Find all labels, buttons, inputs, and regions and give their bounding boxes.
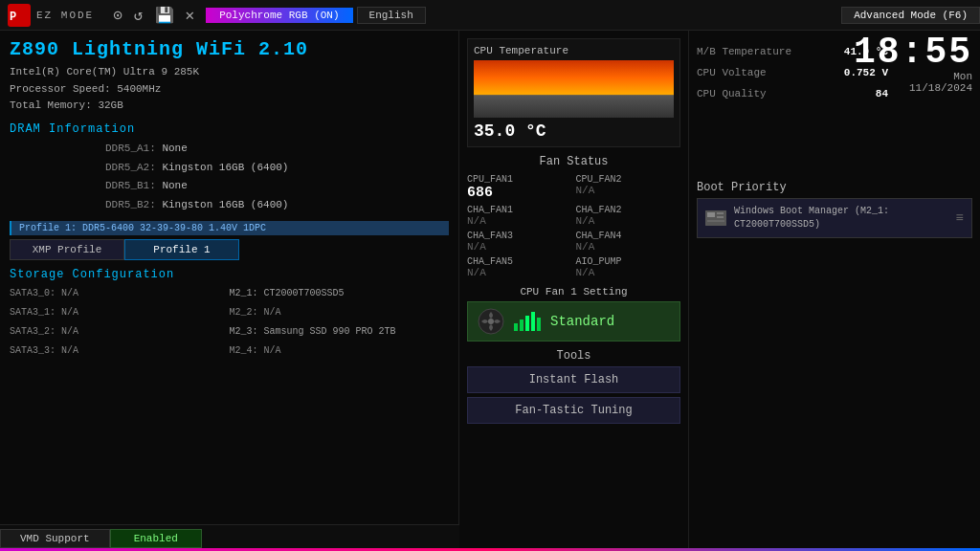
fan-cha3: CHA_FAN3 N/A xyxy=(467,231,572,253)
boot-item-0[interactable]: Windows Boot Manager (M2_1: CT2000T700SS… xyxy=(697,198,972,238)
ez-mode-label: EZ MODE xyxy=(36,10,94,21)
cpu-temp-box: CPU Temperature 35.0 °C xyxy=(467,38,680,147)
vmd-label-button[interactable]: VMD Support xyxy=(0,529,110,548)
fan-aio: AIO_PUMP N/A xyxy=(576,256,681,278)
dram-slot-a1: DDR5_A1: None xyxy=(105,140,449,159)
boot-drive-icon xyxy=(705,210,726,226)
instant-flash-button[interactable]: Instant Flash xyxy=(467,366,680,393)
dram-section-title: DRAM Information xyxy=(10,122,449,136)
fan-setting-box[interactable]: Standard xyxy=(467,301,680,342)
svg-rect-7 xyxy=(717,216,724,218)
m2-1: M2_1: CT2000T700SSD5 xyxy=(230,285,450,302)
tools-title: Tools xyxy=(467,349,680,363)
language-button[interactable]: English xyxy=(357,7,426,24)
logo-area: P EZ MODE xyxy=(0,4,101,27)
fan-icon xyxy=(478,308,504,335)
cpu-quality-label: CPU Quality xyxy=(697,85,767,104)
svg-text:P: P xyxy=(10,11,16,24)
clock-time: 18:55 xyxy=(854,34,972,71)
mb-temp-label: M/B Temperature xyxy=(697,43,791,62)
svg-rect-6 xyxy=(717,212,724,214)
header-bar: P EZ MODE ⊙ ↺ 💾 ✕ Polychrome RGB (ON) En… xyxy=(0,0,980,31)
svg-rect-8 xyxy=(707,220,724,222)
boot-priority-title: Boot Priority xyxy=(697,181,972,194)
fan-setting-title: CPU Fan 1 Setting xyxy=(467,286,680,298)
advanced-mode-button[interactable]: Advanced Mode (F6) xyxy=(841,7,980,24)
boot-item-menu-icon[interactable]: ≡ xyxy=(956,210,964,226)
vmd-value: Enabled xyxy=(110,529,202,548)
fan-grid: CPU_FAN1 686 CPU_FAN2 N/A CHA_FAN1 N/A C… xyxy=(467,174,680,278)
clock-section: 18:55 Mon 11/18/2024 xyxy=(854,34,972,94)
svg-rect-5 xyxy=(707,212,715,217)
profile1-button[interactable]: Profile 1 xyxy=(124,239,239,260)
brand-logo-icon: P xyxy=(8,4,31,27)
m2-3: M2_3: Samsung SSD 990 PRO 2TB xyxy=(230,323,450,341)
svg-point-3 xyxy=(488,319,494,324)
m2-4: M2_4: N/A xyxy=(230,342,450,360)
fan-tastic-tuning-button[interactable]: Fan-Tastic Tuning xyxy=(467,397,680,424)
fan-status-title: Fan Status xyxy=(467,155,680,168)
cpu-temp-gauge xyxy=(474,60,674,118)
vmd-bar: VMD Support Enabled xyxy=(0,524,459,551)
speed-info: Processor Speed: 5400MHz xyxy=(10,81,449,99)
cpu-voltage-label: CPU Voltage xyxy=(697,64,767,83)
dram-slot-a2: DDR5_A2: Kingston 16GB (6400) xyxy=(105,159,449,178)
fan-cpu1: CPU_FAN1 686 xyxy=(467,174,572,201)
storage-grid: SATA3_0: N/A M2_1: CT2000T700SSD5 SATA3_… xyxy=(10,285,449,360)
dram-slot-b1: DDR5_B1: None xyxy=(105,177,449,196)
save-icon[interactable]: 💾 xyxy=(155,6,174,25)
info-icon[interactable]: ⊙ xyxy=(113,6,122,25)
polychrome-button[interactable]: Polychrome RGB (ON) xyxy=(206,8,352,23)
sata-2: SATA3_2: N/A xyxy=(10,323,230,341)
cpu-info: Intel(R) Core(TM) Ultra 9 285K xyxy=(10,64,449,81)
profile-bar: Profile 1: DDR5-6400 32-39-39-80 1.40V 1… xyxy=(10,221,449,235)
xmp-profile-button[interactable]: XMP Profile xyxy=(10,239,124,260)
m2-2: M2_2: N/A xyxy=(230,304,450,321)
header-icons: ⊙ ↺ 💾 ✕ xyxy=(101,6,206,25)
storage-section-title: Storage Configuration xyxy=(10,268,449,281)
fan-cpu2: CPU_FAN2 N/A xyxy=(576,174,681,201)
dram-slot-b2: DDR5_B2: Kingston 16GB (6400) xyxy=(105,196,449,215)
cpu-temp-title: CPU Temperature xyxy=(474,45,674,56)
board-info: Intel(R) Core(TM) Ultra 9 285K Processor… xyxy=(10,64,449,115)
memory-info: Total Memory: 32GB xyxy=(10,98,449,115)
sata-3: SATA3_3: N/A xyxy=(10,342,230,360)
fan-cha1: CHA_FAN1 N/A xyxy=(467,205,572,227)
main-content: Z890 Lightning WiFi 2.10 Intel(R) Core(T… xyxy=(0,31,980,551)
sata-0: SATA3_0: N/A xyxy=(10,285,230,302)
profile-buttons: XMP Profile Profile 1 xyxy=(10,239,449,260)
cpu-temp-value: 35.0 °C xyxy=(474,121,674,141)
middle-panel: CPU Temperature 35.0 °C Fan Status CPU_F… xyxy=(459,31,689,551)
board-title: Z890 Lightning WiFi 2.10 xyxy=(10,38,449,60)
refresh-icon[interactable]: ↺ xyxy=(134,6,144,25)
right-panel: 18:55 Mon 11/18/2024 M/B Temperature 41.… xyxy=(689,31,980,551)
boot-item-text: Windows Boot Manager (M2_1: CT2000T700SS… xyxy=(734,205,889,231)
clock-date: 11/18/2024 xyxy=(854,82,972,94)
dram-slots: DDR5_A1: None DDR5_A2: Kingston 16GB (64… xyxy=(10,140,449,215)
fan-cha4: CHA_FAN4 N/A xyxy=(576,231,681,253)
fan-bar-indicator xyxy=(514,312,541,331)
left-panel: Z890 Lightning WiFi 2.10 Intel(R) Core(T… xyxy=(0,31,459,551)
exit-icon[interactable]: ✕ xyxy=(186,6,195,25)
fan-cha5: CHA_FAN5 N/A xyxy=(467,256,572,278)
fan-cha2: CHA_FAN2 N/A xyxy=(576,205,681,227)
sata-1: SATA3_1: N/A xyxy=(10,304,230,321)
fan-setting-value: Standard xyxy=(550,314,614,329)
